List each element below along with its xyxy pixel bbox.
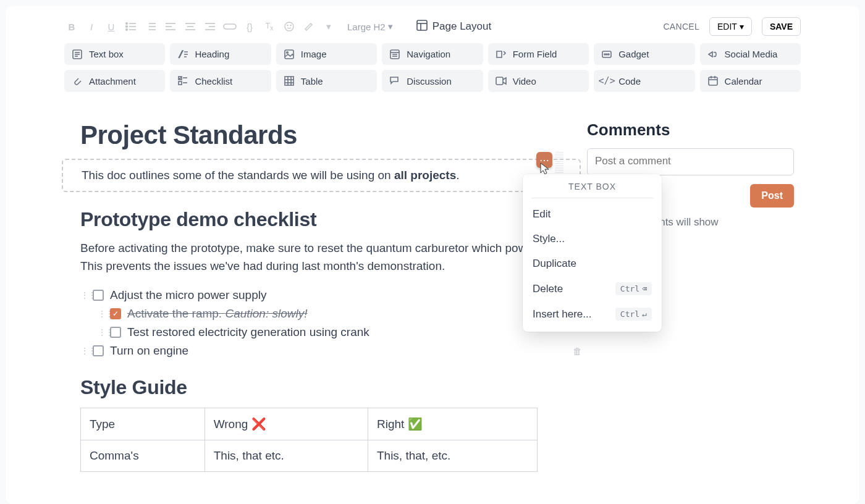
trash-icon[interactable]: 🗑 [573,346,582,356]
checkbox[interactable] [110,327,121,338]
drag-handle-icon[interactable]: ⋮⋮ [98,309,104,319]
context-menu-label: Edit [533,208,551,220]
context-menu-label: Duplicate [533,258,576,270]
insert-calendar-button[interactable]: Calendar [700,70,801,92]
text-style-select[interactable]: Large H2 ▾ [347,21,393,32]
edit-dropdown-button[interactable]: EDIT ▾ [709,17,752,36]
code-icon[interactable]: {} [242,22,257,32]
keyboard-shortcut: Ctrl ↵ [615,308,652,321]
insert-item-label: Form Field [513,49,557,59]
checklist-item[interactable]: ⋮⋮Test restored electricity generation u… [98,323,562,342]
page-layout-label: Page Layout [432,20,491,33]
insert-table-button[interactable]: Table [276,70,377,92]
strike-icon[interactable]: Tx [262,22,277,32]
context-menu: TEXT BOX EditStyle...DuplicateDeleteCtrl… [523,174,662,332]
drag-handle-icon[interactable]: ⋮⋮ [80,290,86,300]
insert-nav-button[interactable]: Navigation [382,43,483,65]
context-menu-item[interactable]: Insert here...Ctrl ↵ [523,301,662,327]
bold-icon[interactable]: B [64,22,79,32]
insert-gadget-button[interactable]: Gadget [594,43,694,65]
align-right-icon[interactable] [203,22,217,31]
attach-icon [72,76,83,86]
context-menu-label: Delete [533,283,563,295]
text-icon [72,49,83,59]
checklist-paragraph: Before activating the prototype, make su… [80,240,562,275]
section-heading-style: Style Guide [80,376,562,399]
more-options-button[interactable]: ⋯ [536,152,552,168]
insert-code-button[interactable]: </>Code [594,70,694,92]
code-icon: </> [601,75,612,86]
form-icon [496,49,507,59]
insert-text-button[interactable]: Text box [64,43,165,65]
heading-icon [177,49,188,59]
italic-icon[interactable]: I [84,22,99,32]
table-row: Comma'sThis, that etc.This, that, etc. [81,440,538,472]
color-dropdown-icon[interactable]: ▾ [321,21,336,32]
checkbox[interactable] [93,290,104,301]
svg-rect-48 [496,77,503,85]
checkbox[interactable] [93,345,104,356]
insert-item-label: Video [513,76,536,86]
checklist-item[interactable]: ⋮⋮Adjust the micro power supply [80,286,562,304]
link-icon[interactable] [222,22,237,31]
context-menu-item[interactable]: Edit [523,202,662,227]
svg-point-19 [285,22,293,31]
insert-video-button[interactable]: Video [488,70,589,92]
emoji-icon[interactable] [282,22,297,32]
layout-icon [416,20,428,34]
gadget-icon [601,49,612,59]
insert-attach-button[interactable]: Attachment [64,70,165,92]
align-left-icon[interactable] [163,22,178,31]
post-comment-button[interactable]: Post [750,184,794,208]
cancel-button[interactable]: CANCEL [663,22,699,32]
checklist-item[interactable]: ⋮⋮Turn on engine🗑 [80,342,562,360]
insert-item-label: Social Media [725,49,778,59]
insert-block-grid: Text boxHeadingImageNavigationForm Field… [6,43,859,102]
image-icon [284,49,295,59]
numbered-list-icon[interactable] [143,22,158,31]
svg-point-2 [126,26,128,28]
table-icon [284,76,295,86]
insert-item-label: Calendar [725,76,762,86]
color-icon[interactable] [302,22,316,32]
svg-rect-41 [179,82,182,85]
insert-item-label: Gadget [618,49,649,59]
table-cell: This, that, etc. [368,440,537,472]
context-menu-item[interactable]: DeleteCtrl ⌫ [523,276,662,301]
svg-rect-18 [224,24,236,29]
svg-rect-49 [709,77,717,85]
bullet-list-icon[interactable] [124,22,138,31]
chevron-down-icon: ▾ [740,22,744,32]
context-menu-title: TEXT BOX [531,182,653,198]
insert-heading-button[interactable]: Heading [170,43,271,65]
context-menu-item[interactable]: Duplicate [523,251,662,276]
social-icon [707,49,719,59]
svg-point-0 [126,23,128,25]
context-menu-item[interactable]: Style... [523,227,662,251]
insert-image-button[interactable]: Image [276,43,377,65]
context-menu-label: Insert here... [533,308,591,321]
align-center-icon[interactable] [183,22,198,31]
checklist-item[interactable]: ⋮⋮✓Activate the ramp. Caution: slowly! [98,304,562,323]
insert-item-label: Discussion [407,76,452,86]
insert-item-label: Attachment [89,76,136,86]
checklist-text: Turn on engine [110,344,188,358]
insert-item-label: Table [301,76,323,86]
drag-handle-icon[interactable]: ⋮⋮ [98,327,104,337]
insert-form-button[interactable]: Form Field [488,43,589,65]
insert-discussion-button[interactable]: Discussion [382,70,483,92]
page-layout-button[interactable]: Page Layout [416,20,491,34]
svg-rect-22 [417,20,427,30]
insert-checklist-button[interactable]: Checklist [170,70,271,92]
selected-text-box[interactable]: This doc outlines some of the standards … [62,159,581,192]
chevron-down-icon: ▾ [388,21,393,32]
document-body: Project Standards This doc outlines some… [80,120,562,472]
insert-item-label: Text box [89,49,124,59]
checkbox[interactable]: ✓ [110,308,121,319]
drag-handle-icon[interactable]: ⋮⋮ [80,346,86,356]
underline-icon[interactable]: U [104,22,119,32]
save-button[interactable]: SAVE [762,17,801,36]
checklist: ⋮⋮Adjust the micro power supply⋮⋮✓Activa… [80,286,562,360]
comment-input[interactable] [587,148,794,175]
insert-social-button[interactable]: Social Media [700,43,801,65]
